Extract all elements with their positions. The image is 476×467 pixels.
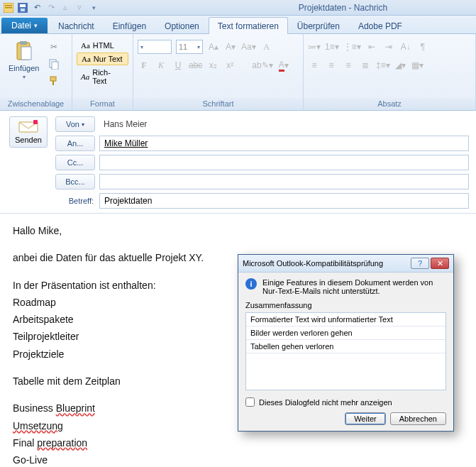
to-field[interactable] <box>99 136 469 151</box>
cancel-button[interactable]: Abbrechen <box>390 412 446 425</box>
numbering-icon[interactable]: 1≡▾ <box>325 40 339 54</box>
bullets-icon[interactable]: ≔▾ <box>308 40 321 54</box>
subject-field[interactable] <box>99 193 469 209</box>
font-color-button[interactable]: A▾ <box>277 58 290 72</box>
subject-label: Betreff: <box>55 197 95 205</box>
bcc-field[interactable] <box>99 174 469 189</box>
titlebar: ↶ ↷ ▵ ▿ ▾ Projektdaten - Nachrich <box>0 0 476 16</box>
dialog-help-button[interactable]: ? <box>411 258 429 269</box>
align-right-icon[interactable]: ≡ <box>342 58 355 72</box>
group-title-clipboard: Zwischenablage <box>0 98 72 110</box>
ribbon: Einfügen ▾ ✂ Zwischenablage AaHTML AaNur… <box>0 34 476 111</box>
dialog-close-button[interactable]: ✕ <box>431 258 449 269</box>
dont-show-checkbox[interactable] <box>245 397 255 407</box>
from-button[interactable]: Von▾ <box>55 116 95 132</box>
ribbon-group-paragraph: ≔▾ 1≡▾ ⋮≡▾ ⇤ ⇥ A↓ ¶ ≡ ≡ ≡ ≣ ‡≡▾ ◢▾ ▦▾ <box>304 34 476 110</box>
clear-format-icon[interactable]: A <box>260 40 273 54</box>
paste-button[interactable]: Einfügen ▾ <box>4 37 43 83</box>
tab-text-formatieren[interactable]: Text formatieren <box>209 17 288 34</box>
strike-button[interactable]: abc <box>189 58 202 72</box>
message-header: Senden Von▾ Hans Meier An... Cc... Bcc..… <box>0 111 476 214</box>
font-size-combo[interactable]: 11 <box>176 40 203 54</box>
info-icon: i <box>245 278 257 290</box>
cc-button[interactable]: Cc... <box>55 155 95 170</box>
tab-nachricht[interactable]: Nachricht <box>49 17 104 34</box>
close-icon: ✕ <box>437 259 443 268</box>
save-icon[interactable] <box>17 2 28 13</box>
copy-icon[interactable] <box>48 57 60 71</box>
dialog-summary-label: Zusammenfassung <box>245 301 446 309</box>
showmarks-icon[interactable]: ¶ <box>416 40 429 54</box>
format-rich-button[interactable]: AaRich-Text <box>77 67 128 87</box>
body-line: Go-Live <box>13 453 463 467</box>
bcc-button[interactable]: Bcc... <box>55 174 95 189</box>
font-name-combo[interactable] <box>138 40 172 54</box>
change-case-icon[interactable]: Aa▾ <box>241 40 256 54</box>
borders-icon[interactable]: ▦▾ <box>411 58 424 72</box>
ribbon-group-font: 11 A▴ A▾ Aa▾ A F K U abc x₂ x² ab✎▾ A▾ <box>133 34 304 110</box>
format-html-button[interactable]: AaHTML <box>77 40 128 51</box>
svg-rect-14 <box>33 120 38 124</box>
undo-icon[interactable]: ↶ <box>31 2 43 13</box>
svg-rect-2 <box>5 7 12 9</box>
window-title: Projektdaten - Nachrich <box>99 3 473 13</box>
svg-rect-10 <box>52 62 58 70</box>
shading-icon[interactable]: ◢▾ <box>394 58 407 72</box>
superscript-button[interactable]: x² <box>223 58 236 72</box>
dont-show-label: Dieses Dialogfeld nicht mehr anzeigen <box>259 398 392 407</box>
cc-field[interactable] <box>99 155 469 170</box>
send-icon <box>18 120 38 134</box>
subscript-button[interactable]: x₂ <box>206 58 219 72</box>
ribbon-group-clipboard: Einfügen ▾ ✂ Zwischenablage <box>0 34 72 110</box>
format-plain-button[interactable]: AaNur Text <box>77 53 128 65</box>
dialog-info-text: Einige Features in diesem Dokument werde… <box>262 278 446 295</box>
body-line: Final preparation <box>13 436 463 450</box>
outdent-icon[interactable]: ⇤ <box>365 40 378 54</box>
svg-rect-11 <box>50 77 56 81</box>
prev-icon[interactable]: ▵ <box>60 2 71 13</box>
align-center-icon[interactable]: ≡ <box>325 58 338 72</box>
group-title-format: Format <box>72 98 133 110</box>
dialog-title: Microsoft Outlook-Kompatibilitätsprüfung <box>243 259 383 268</box>
indent-icon[interactable]: ⇥ <box>382 40 395 54</box>
paste-icon <box>13 40 35 62</box>
ribbon-tabs: Datei Nachricht Einfügen Optionen Text f… <box>0 16 476 34</box>
to-button[interactable]: An... <box>55 136 95 151</box>
tab-adobe-pdf[interactable]: Adobe PDF <box>349 17 411 34</box>
continue-button[interactable]: Weiter <box>345 412 386 425</box>
send-button[interactable]: Senden <box>9 116 48 148</box>
cut-icon[interactable]: ✂ <box>48 40 60 54</box>
svg-rect-5 <box>21 9 25 11</box>
shrink-font-icon[interactable]: A▾ <box>224 40 237 54</box>
tab-ueberpruefen[interactable]: Überprüfen <box>288 17 349 34</box>
align-left-icon[interactable]: ≡ <box>308 58 321 72</box>
sort-icon[interactable]: A↓ <box>399 40 412 54</box>
from-value: Hans Meier <box>99 116 469 132</box>
tab-optionen[interactable]: Optionen <box>155 17 209 34</box>
next-icon[interactable]: ▿ <box>74 2 85 13</box>
redo-icon[interactable]: ↷ <box>45 2 57 13</box>
help-icon: ? <box>418 259 422 268</box>
bold-button[interactable]: F <box>138 58 150 72</box>
group-title-font: Schriftart <box>133 98 303 110</box>
grow-font-icon[interactable]: A▴ <box>207 40 220 54</box>
qat-more-icon[interactable]: ▾ <box>88 2 99 13</box>
highlight-button[interactable]: ab✎▾ <box>252 58 272 72</box>
group-title-paragraph: Absatz <box>304 98 475 110</box>
format-painter-icon[interactable] <box>48 74 60 88</box>
list-item: Formatierter Text wird unformatierter Te… <box>246 313 445 326</box>
multilevel-icon[interactable]: ⋮≡▾ <box>343 40 361 54</box>
body-line: Hallo Mike, <box>13 224 463 238</box>
dialog-titlebar[interactable]: Microsoft Outlook-Kompatibilitätsprüfung… <box>238 255 453 273</box>
list-item: Bilder werden verloren gehen <box>246 326 445 340</box>
italic-button[interactable]: K <box>155 58 167 72</box>
tab-file[interactable]: Datei <box>1 18 48 33</box>
dialog-summary-list: Formatierter Text wird unformatierter Te… <box>245 312 446 390</box>
svg-rect-8 <box>21 47 31 60</box>
tab-einfuegen[interactable]: Einfügen <box>104 17 155 34</box>
svg-rect-12 <box>52 81 54 85</box>
underline-button[interactable]: U <box>172 58 184 72</box>
compatibility-dialog: Microsoft Outlook-Kompatibilitätsprüfung… <box>238 254 454 432</box>
justify-icon[interactable]: ≣ <box>359 58 372 72</box>
line-spacing-icon[interactable]: ‡≡▾ <box>376 58 390 72</box>
